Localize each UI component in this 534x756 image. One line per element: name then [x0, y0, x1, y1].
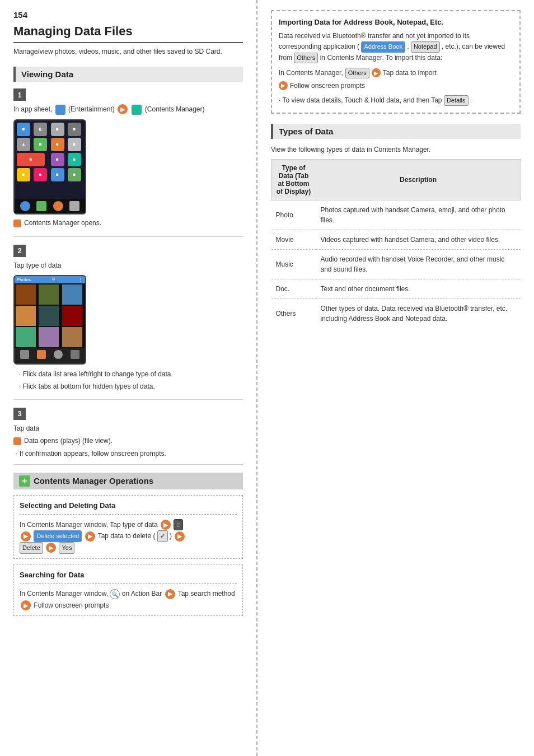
table-row: OthersOther types of data. Data received… [271, 299, 521, 329]
arrow-2: ▶ [161, 520, 171, 530]
app-icon-large-1: ■ [17, 153, 45, 166]
menu-icon: ≡ [174, 519, 182, 531]
table-cell-desc-2: Audio recorded with handset Voice Record… [316, 250, 521, 279]
import-title: Importing Data for Address Book, Notepad… [279, 18, 513, 26]
table-header-col2: Description [316, 160, 521, 200]
bottom2-icon-3 [54, 350, 63, 359]
photo-2 [39, 284, 59, 305]
table-cell-desc-4: Other types of data. Data received via B… [316, 299, 521, 329]
delete-selected-btn[interactable]: Delete selected [34, 530, 82, 542]
delete-btn[interactable]: Delete [20, 542, 43, 554]
photo-4 [16, 306, 36, 326]
screen-search-icon: 🔍 [51, 277, 57, 282]
cm-plus-icon: + [19, 475, 30, 487]
others-step-btn: Others [345, 68, 369, 78]
types-section-title: Types of Data [279, 127, 333, 136]
types-subtitle: View the following types of data in Cont… [271, 146, 521, 153]
arrow-5: ▶ [175, 531, 185, 542]
table-cell-type-4: Others [271, 299, 316, 329]
bottom-phone-icon [20, 201, 30, 211]
step-1-badge: 1 [13, 88, 26, 101]
step-3-text: Tap data [13, 423, 243, 433]
step-3-note2-content: If confirmation appears, follow onscreen… [20, 450, 166, 458]
import-step-1: In Contents Manager, Others ▶ Tap data t… [279, 68, 513, 78]
app-icon-8: ■ [68, 138, 81, 151]
table-row: MusicAudio recorded with handset Voice R… [271, 250, 521, 279]
contents-icon [132, 105, 142, 115]
app-icon-10: ■ [68, 153, 81, 166]
checkmark-btn: ✓ [157, 530, 168, 542]
yes-btn[interactable]: Yes [59, 542, 74, 554]
app-icon-7: ■ [51, 138, 64, 151]
selecting-title: Selecting and Deleting Data [20, 500, 237, 515]
import-detail-text: · To view data details, Touch & Hold dat… [279, 96, 444, 104]
step-1-note: Contents Manager opens. [13, 219, 243, 227]
cm-section-header: + Contents Manager Operations [13, 473, 243, 489]
app-icon-12: ■ [34, 168, 47, 181]
app-sheet-icon [55, 105, 65, 115]
table-row: Doc.Text and other document files. [271, 279, 521, 299]
right-column: Importing Data for Address Book, Notepad… [257, 0, 534, 756]
app-icon-11: ■ [17, 168, 30, 181]
import-step-1-action: Tap data to import [383, 68, 437, 78]
table-cell-desc-0: Photos captured with handset Camera, emo… [316, 200, 521, 230]
search-circle-icon: 🔍 [110, 589, 120, 599]
arrow-4: ▶ [85, 531, 95, 542]
arrow-7: ▶ [165, 589, 175, 599]
viewing-data-title: Viewing Data [21, 69, 73, 79]
arrow-6: ▶ [46, 543, 56, 553]
screen-menu-icon: ⋮ [78, 277, 83, 282]
step-2-badge: 2 [13, 245, 26, 257]
notepad-btn: Notepad [411, 41, 440, 53]
searching-instructions: In Contents Manager window, 🔍 on Action … [20, 588, 237, 611]
step-3-note1-text: Data opens (plays) (file view). [24, 437, 113, 445]
app-icon-9: ■ [51, 153, 64, 166]
import-text: Data received via Bluetooth® transfer an… [279, 31, 513, 63]
app-icon-6: ■ [34, 138, 47, 151]
page-title: Managing Data Files [13, 24, 243, 43]
step-3-block: 3 Tap data Data opens (plays) (file view… [13, 408, 243, 465]
screen-topbar: Photos 🔍 ⋮ [15, 276, 85, 283]
table-cell-type-0: Photo [271, 200, 316, 230]
photo-9 [62, 327, 82, 347]
bullet-1: Flick data list area left/right to chang… [13, 369, 243, 379]
photo-8 [39, 327, 59, 347]
arrow-1: ▶ [118, 104, 128, 114]
screen-bottombar-1 [15, 199, 85, 213]
import-step-2: ▶ Follow onscreen prompts [279, 81, 513, 91]
address-book-btn: Address Book [361, 41, 405, 53]
searching-text1: In Contents Manager window, [20, 590, 110, 598]
table-row: PhotoPhotos captured with handset Camera… [271, 200, 521, 230]
step-1-label: In app sheet, [13, 105, 54, 113]
bottom-camera-icon [53, 201, 63, 211]
step-3-note1: Data opens (plays) (file view). [13, 437, 243, 445]
details-btn: Details [444, 95, 469, 106]
photo-5 [39, 306, 59, 326]
table-cell-type-2: Music [271, 250, 316, 279]
import-step-1-text: In Contents Manager, [279, 68, 343, 78]
app-icon-14: ■ [68, 168, 81, 181]
types-section-header: Types of Data [271, 124, 521, 139]
bottom-other-icon [69, 201, 79, 211]
device-screenshot-2: Photos 🔍 ⋮ [13, 275, 86, 365]
page-subtitle: Manage/view photos, videos, music, and o… [13, 46, 243, 57]
photos-grid [15, 283, 85, 348]
left-column: 154 Managing Data Files Manage/view phot… [0, 0, 257, 756]
table-cell-type-1: Movie [271, 230, 316, 250]
step-1-note-text: Contents Manager opens. [24, 219, 101, 227]
photo-3 [62, 284, 82, 305]
table-cell-desc-1: Videos captured with handset Camera, and… [316, 230, 521, 250]
import-detail-period: . [470, 96, 472, 104]
searching-box: Searching for Data In Contents Manager w… [13, 564, 243, 617]
import-arrow-1: ▶ [372, 68, 381, 77]
searching-text3: Tap search method [178, 590, 235, 598]
selecting-instructions: In Contents Manager window, Tap type of … [20, 519, 237, 554]
cm-section-title: Contents Manager Operations [34, 476, 153, 486]
step-2-block: 2 Tap type of data Photos 🔍 ⋮ [13, 245, 243, 400]
app-icon-2: ◐ [34, 123, 47, 136]
tap-to-delete: Tap data to delete ( [98, 532, 157, 540]
device-screenshot-1: ■ ◐ ■ ■ ▲ ■ ■ ■ ■ ■ ■ ■ ■ ■ ■ [13, 119, 86, 214]
import-comma: , [407, 43, 411, 50]
table-cell-type-3: Doc. [271, 279, 316, 299]
contents-label: (Contents Manager) [145, 105, 205, 113]
